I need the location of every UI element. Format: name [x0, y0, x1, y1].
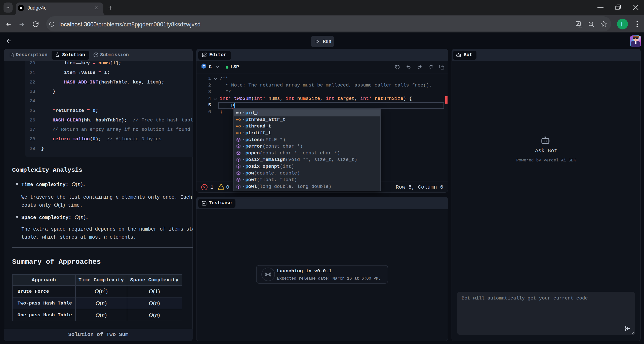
svg-text:C: C	[203, 65, 205, 68]
